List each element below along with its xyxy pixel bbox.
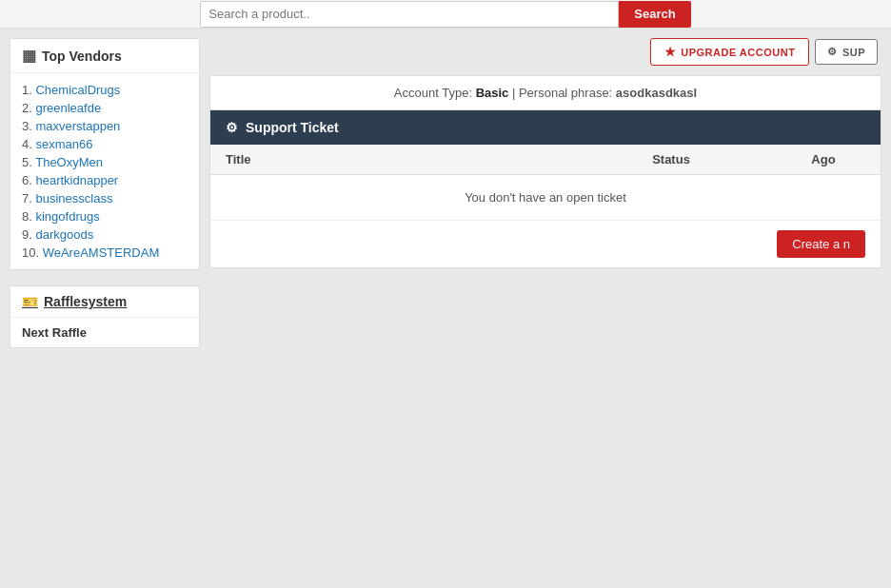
main-wrapper: ▦ Top Vendors 1. ChemicalDrugs 2. greenl… bbox=[0, 29, 891, 588]
account-type-value: Basic bbox=[476, 86, 509, 100]
col-ago: Ago bbox=[766, 145, 881, 174]
sidebar: ▦ Top Vendors 1. ChemicalDrugs 2. greenl… bbox=[10, 38, 209, 578]
create-ticket-bar: Create a n bbox=[210, 221, 881, 267]
support-top-button[interactable]: ⚙ SUP bbox=[815, 39, 878, 65]
raffle-icon: 🎫 bbox=[22, 294, 38, 309]
col-title: Title bbox=[210, 145, 576, 174]
upgrade-account-button[interactable]: ★ Upgrade Account bbox=[650, 38, 810, 66]
star-icon: ★ bbox=[664, 45, 677, 59]
support-ticket-header: ⚙ Support Ticket bbox=[210, 110, 881, 145]
support-ticket-container: ⚙ Support Ticket Title Status Ago You do… bbox=[209, 109, 881, 268]
vendor-link[interactable]: WeAreAMSTERDAM bbox=[43, 245, 160, 260]
account-info: Account Type: Basic | Personal phrase: a… bbox=[209, 75, 881, 109]
list-item: 8. kingofdrugs bbox=[22, 207, 188, 225]
no-ticket-row: You don't have an open ticket bbox=[210, 175, 881, 221]
list-item: 4. sexman66 bbox=[22, 135, 188, 153]
list-item: 5. TheOxyMen bbox=[22, 153, 188, 171]
raffle-content: Next Raffle bbox=[10, 318, 199, 347]
list-item: 3. maxverstappen bbox=[22, 117, 188, 135]
search-button[interactable]: Search bbox=[619, 1, 690, 28]
vendor-link[interactable]: sexman66 bbox=[35, 137, 92, 151]
list-item: 1. ChemicalDrugs bbox=[22, 81, 188, 99]
support-ticket-table-header: Title Status Ago bbox=[210, 145, 881, 175]
upgrade-bar: ★ Upgrade Account ⚙ SUP bbox=[209, 38, 881, 66]
personal-phrase-value: asodkasdkasl bbox=[616, 86, 697, 100]
col-status: Status bbox=[576, 145, 766, 174]
vendor-link[interactable]: greenleafde bbox=[35, 101, 101, 115]
list-item: 7. businessclass bbox=[22, 189, 188, 207]
list-item: 10. WeAreAMSTERDAM bbox=[22, 244, 188, 262]
list-item: 9. darkgoods bbox=[22, 225, 188, 244]
list-item: 2. greenleafde bbox=[22, 99, 188, 117]
create-ticket-button[interactable]: Create a n bbox=[777, 230, 865, 258]
vendor-link[interactable]: kingofdrugs bbox=[35, 209, 99, 224]
raffle-title[interactable]: 🎫 Rafflesystem bbox=[10, 286, 199, 318]
top-vendors-section: ▦ Top Vendors 1. ChemicalDrugs 2. greenl… bbox=[10, 38, 200, 270]
vendor-list: 1. ChemicalDrugs 2. greenleafde 3. maxve… bbox=[10, 73, 199, 269]
top-vendors-title: ▦ Top Vendors bbox=[10, 39, 199, 73]
content-area: ★ Upgrade Account ⚙ SUP Account Type: Ba… bbox=[209, 38, 881, 578]
vendor-link[interactable]: businessclass bbox=[35, 191, 112, 206]
list-item: 6. heartkidnapper bbox=[22, 171, 188, 189]
top-search-bar: Search bbox=[0, 0, 891, 29]
support-icon: ⚙ bbox=[827, 46, 838, 58]
support-ticket-icon: ⚙ bbox=[226, 120, 238, 135]
vendor-link[interactable]: maxverstappen bbox=[35, 119, 120, 133]
search-input[interactable] bbox=[200, 1, 619, 28]
raffle-section: 🎫 Rafflesystem Next Raffle bbox=[10, 285, 200, 348]
vendor-link[interactable]: heartkidnapper bbox=[35, 173, 118, 187]
next-raffle-label: Next Raffle bbox=[22, 325, 188, 340]
vendor-link[interactable]: ChemicalDrugs bbox=[35, 83, 120, 97]
vendors-icon: ▦ bbox=[22, 47, 36, 65]
vendor-link[interactable]: TheOxyMen bbox=[35, 155, 103, 169]
vendor-link[interactable]: darkgoods bbox=[35, 227, 93, 242]
